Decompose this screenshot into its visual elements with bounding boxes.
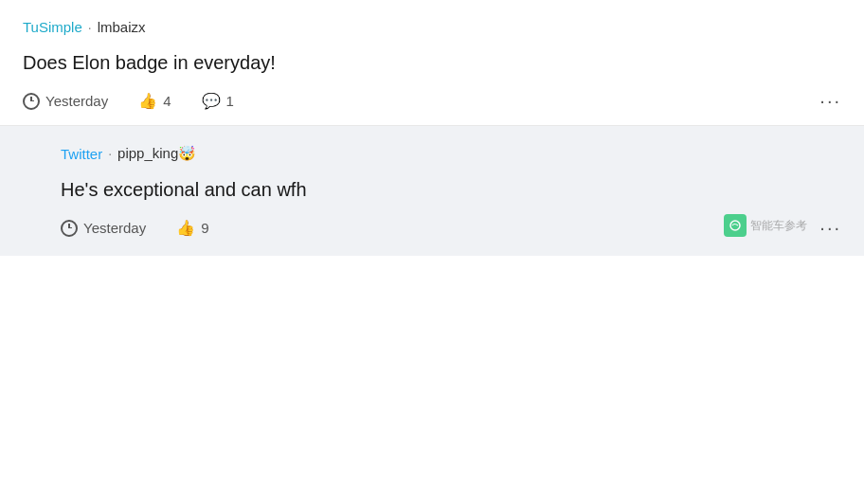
post-card-2: Twitter · pipp_king🤯 He's exceptional an…	[23, 145, 841, 237]
source-label-2[interactable]: Twitter	[61, 146, 102, 162]
more-button-2[interactable]: ···	[819, 217, 841, 239]
comments-item-1[interactable]: 💬 1	[202, 92, 234, 110]
svg-point-0	[730, 221, 740, 230]
username-2: pipp_king🤯	[117, 145, 196, 162]
post-header-2: Twitter · pipp_king🤯	[61, 145, 841, 162]
clock-icon-1	[23, 93, 40, 110]
comments-count-1: 1	[226, 93, 234, 109]
likes-count-1: 4	[163, 93, 171, 109]
post-content-1: Does Elon badge in everyday!	[23, 48, 841, 77]
likes-item-1[interactable]: 👍 4	[138, 92, 171, 110]
post-header-1: TuSimple · lmbaizx	[23, 19, 841, 35]
more-button-1[interactable]: ···	[819, 90, 841, 112]
post-content-2: He's exceptional and can wfh	[61, 175, 841, 204]
comment-icon-1: 💬	[202, 92, 221, 110]
post-card-1: TuSimple · lmbaizx Does Elon badge in ev…	[0, 0, 864, 126]
watermark-text: 智能车参考	[750, 218, 807, 234]
source-label-1[interactable]: TuSimple	[23, 19, 82, 35]
timestamp-label-2: Yesterday	[83, 220, 146, 236]
likes-count-2: 9	[201, 220, 208, 236]
dot-separator-2: ·	[108, 146, 112, 161]
username-1: lmbaizx	[98, 19, 146, 35]
thumb-icon-2: 👍	[176, 219, 195, 237]
post-card-2-wrapper: Twitter · pipp_king🤯 He's exceptional an…	[0, 126, 864, 256]
watermark: 智能车参考	[724, 214, 807, 237]
timestamp-item-2: Yesterday	[61, 220, 146, 237]
thumb-icon-1: 👍	[138, 92, 157, 110]
likes-item-2[interactable]: 👍 9	[176, 219, 208, 237]
timestamp-label-1: Yesterday	[45, 93, 108, 109]
timestamp-item-1: Yesterday	[23, 93, 108, 110]
dot-separator-1: ·	[88, 20, 92, 35]
watermark-icon	[724, 214, 747, 237]
clock-icon-2	[61, 220, 78, 237]
post-footer-1: Yesterday 👍 4 💬 1 ···	[23, 92, 841, 110]
